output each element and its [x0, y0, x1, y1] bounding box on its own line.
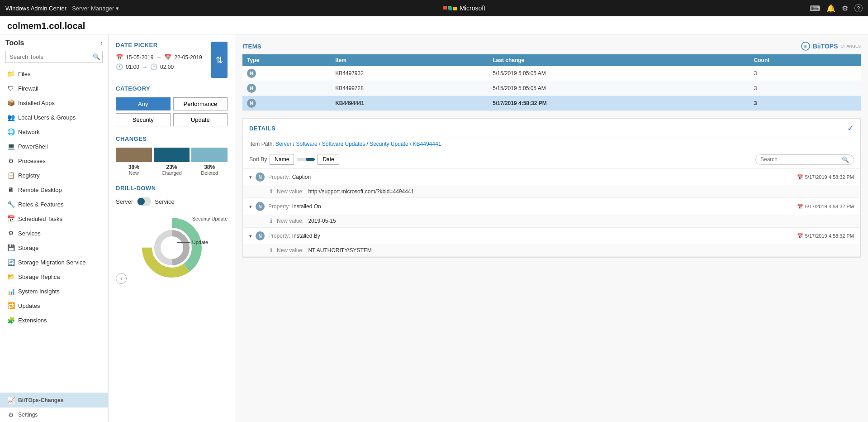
path-software[interactable]: Software [296, 141, 317, 147]
help-icon[interactable]: ? [854, 4, 863, 12]
details-collapse-button[interactable]: ✓ [847, 123, 854, 133]
sidebar-label-network: Network [18, 129, 40, 135]
sidebar-item-processes[interactable]: ⚙ Processes [0, 153, 108, 168]
sidebar-item-services[interactable]: ⚙ Services [0, 226, 108, 240]
sidebar-label-updates: Updates [18, 302, 40, 309]
sidebar-item-storage-replica[interactable]: 📂 Storage Replica [0, 269, 108, 284]
sidebar-item-scheduled-tasks[interactable]: 📅 Scheduled Tasks [0, 211, 108, 226]
storage-migration-icon: 🔄 [7, 259, 14, 266]
path-kb4494441[interactable]: KB4494441 [413, 141, 441, 147]
sort-toggle-name[interactable] [297, 158, 306, 161]
path-software-updates[interactable]: Software Updates [322, 141, 365, 147]
powershell-icon: 💻 [7, 143, 14, 150]
sidebar-label-services: Services [18, 230, 41, 237]
sidebar-item-biitops[interactable]: 📈 BiiTOps-Changes [0, 393, 108, 408]
sidebar-label-local-users: Local Users & Groups [18, 114, 76, 121]
legend-security-update: Security Update [177, 216, 228, 221]
row1-type: N [242, 66, 331, 81]
items-section-header: ITEMS ≡ BiiTOPS CHANGES [242, 42, 861, 51]
drilldown-back-button[interactable]: ‹ [116, 273, 127, 284]
left-panel: DATE PICKER 📅 15-05-2019 → 📅 22-05-2019 … [109, 34, 235, 422]
sidebar-item-powershell[interactable]: 💻 PowerShell [0, 139, 108, 153]
category-performance-button[interactable]: Performance [173, 97, 228, 110]
date-installed-on: 5/17/2019 4:58:32 PM [805, 204, 854, 209]
sidebar-item-network[interactable]: 🌐 Network [0, 125, 108, 139]
sidebar-item-installed-apps[interactable]: 📦 Installed Apps [0, 96, 108, 110]
change-item-caption-header[interactable]: ▾ N Property: Caption 📅 5/17/2019 4:58:3… [243, 169, 860, 185]
search-details-input[interactable] [760, 156, 842, 163]
category-security-button[interactable]: Security [116, 113, 171, 126]
row2-last-change: 5/15/2019 5:05:05 AM [488, 81, 749, 96]
settings-icon[interactable]: ⚙ [842, 4, 848, 13]
sidebar-label-powershell: PowerShell [18, 143, 48, 150]
sidebar-item-extensions[interactable]: 🧩 Extensions [0, 313, 108, 327]
drilldown-toggle[interactable] [137, 197, 151, 206]
sidebar-label-firewall: Firewall [18, 85, 38, 92]
sidebar-item-firewall[interactable]: 🛡 Firewall [0, 81, 108, 96]
search-details-icon[interactable]: 🔍 [842, 156, 849, 163]
changes-section: CHANGES 38% New 23% Changed 38% [116, 135, 228, 176]
sidebar-item-updates[interactable]: 🔁 Updates [0, 298, 108, 313]
donut-legend: Security Update Update [177, 216, 228, 245]
sidebar-item-settings[interactable]: ⚙ Settings [0, 408, 108, 422]
sidebar-item-roles[interactable]: 🔧 Roles & Features [0, 197, 108, 211]
date-picker-title: DATE PICKER [116, 42, 208, 48]
sort-toggle-active[interactable] [306, 158, 315, 161]
date-picker-row: DATE PICKER 📅 15-05-2019 → 📅 22-05-2019 … [116, 42, 228, 78]
new-val-caption: http://support.microsoft.com/?kbid=44944… [308, 188, 414, 195]
server-manager-dropdown[interactable]: Server Manager ▾ [72, 5, 119, 12]
sidebar-title: Tools [5, 39, 24, 47]
bell-icon[interactable]: 🔔 [826, 4, 835, 13]
search-tools-input[interactable] [6, 51, 89, 62]
sidebar-item-remote-desktop[interactable]: 🖥 Remote Desktop [0, 182, 108, 197]
sidebar-nav: 📁 Files 🛡 Firewall 📦 Installed Apps 👥 Lo… [0, 67, 108, 393]
terminal-icon[interactable]: ⌨ [810, 4, 820, 13]
sidebar-item-storage-migration[interactable]: 🔄 Storage Migration Service [0, 255, 108, 269]
items-table: Type Item Last change Count N KB4497932 … [242, 54, 861, 111]
sidebar-label-storage-replica: Storage Replica [18, 273, 60, 280]
change-date-caption: 📅 5/17/2019 4:58:32 PM [797, 174, 854, 180]
sidebar-item-storage[interactable]: 💾 Storage [0, 240, 108, 255]
items-header-row: Type Item Last change Count [242, 54, 861, 66]
sidebar-label-extensions: Extensions [18, 317, 47, 324]
prop-value-caption: Caption [292, 174, 311, 180]
table-row[interactable]: N KB4497932 5/15/2019 5:05:05 AM 3 [242, 66, 861, 81]
search-tools-button[interactable]: 🔍 [89, 51, 104, 62]
change-item-installed-on-header[interactable]: ▾ N Property: Installed On 📅 5/17/2019 4… [243, 198, 860, 215]
change-item-installed-by: ▾ N Property: Installed By 📅 5/17/2019 4… [243, 228, 860, 257]
sort-toggle[interactable] [297, 158, 315, 161]
server-hostname: colmem1.col.local [7, 21, 85, 31]
drilldown-title: DRILL-DOWN [116, 185, 228, 192]
col-type: Type [242, 54, 331, 66]
bar-changed: 23% Changed [154, 148, 190, 176]
prop-value-installed-by: Installed By [292, 233, 320, 239]
table-row-selected[interactable]: N KB4494441 5/17/2019 4:58:32 PM 3 [242, 96, 861, 111]
row3-last-change: 5/17/2019 4:58:32 PM [488, 96, 749, 111]
main-layout: Tools ‹ 🔍 📁 Files 🛡 Firewall 📦 Installed… [0, 34, 868, 422]
time-from: 01:00 [126, 64, 139, 70]
drilldown-service-label: Service [155, 198, 174, 205]
row1-item: KB4497932 [331, 66, 488, 81]
change-badge-n2: N [256, 202, 265, 211]
calendar-from-icon: 📅 [116, 54, 123, 61]
path-security-update[interactable]: Security Update [370, 141, 408, 147]
biitops-text: BiiTOPS [813, 43, 838, 50]
sort-date-button[interactable]: Date [318, 154, 339, 165]
sort-name-button[interactable]: Name [270, 154, 294, 165]
toggle-panel-button[interactable]: ⇄ [211, 42, 228, 78]
table-row[interactable]: N KB4499728 5/15/2019 5:05:05 AM 3 [242, 81, 861, 96]
path-server[interactable]: Server [275, 141, 291, 147]
row1-count: 3 [749, 66, 852, 81]
category-any-button[interactable]: Any [116, 97, 171, 110]
sidebar-item-registry[interactable]: 📋 Registry [0, 168, 108, 182]
category-update-button[interactable]: Update [173, 113, 228, 126]
search-details-box: 🔍 [755, 154, 854, 165]
drilldown-header: Server Service [116, 197, 228, 206]
biitops-logo: ≡ BiiTOPS CHANGES [801, 42, 861, 51]
details-header: DETAILS ✓ [243, 119, 860, 138]
sidebar-collapse-button[interactable]: ‹ [100, 39, 103, 47]
change-item-installed-by-header[interactable]: ▾ N Property: Installed By 📅 5/17/2019 4… [243, 228, 860, 244]
sidebar-item-local-users[interactable]: 👥 Local Users & Groups [0, 110, 108, 125]
sidebar-item-files[interactable]: 📁 Files [0, 67, 108, 81]
sidebar-item-system-insights[interactable]: 📊 System Insights [0, 284, 108, 298]
